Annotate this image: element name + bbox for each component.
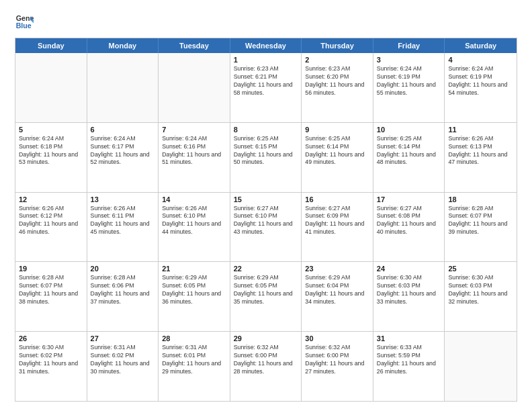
day-number: 14 bbox=[162, 195, 226, 203]
cell-info: Sunrise: 6:27 AM Sunset: 6:09 PM Dayligh… bbox=[305, 205, 369, 237]
cell-info: Sunrise: 6:32 AM Sunset: 6:00 PM Dayligh… bbox=[234, 344, 298, 376]
weekday-header: Friday bbox=[373, 38, 445, 53]
day-number: 3 bbox=[377, 56, 441, 64]
calendar-row: 12Sunrise: 6:26 AM Sunset: 6:12 PM Dayli… bbox=[15, 193, 517, 263]
day-number: 27 bbox=[91, 334, 155, 342]
day-number: 20 bbox=[91, 265, 155, 273]
calendar-cell: 20Sunrise: 6:28 AM Sunset: 6:06 PM Dayli… bbox=[87, 262, 159, 331]
calendar-cell: 31Sunrise: 6:33 AM Sunset: 5:59 PM Dayli… bbox=[373, 332, 445, 401]
calendar-cell: 22Sunrise: 6:29 AM Sunset: 6:05 PM Dayli… bbox=[230, 262, 302, 331]
cell-info: Sunrise: 6:27 AM Sunset: 6:10 PM Dayligh… bbox=[234, 205, 298, 237]
day-number: 29 bbox=[234, 334, 298, 342]
day-number: 17 bbox=[377, 195, 441, 203]
cell-info: Sunrise: 6:27 AM Sunset: 6:08 PM Dayligh… bbox=[377, 205, 441, 237]
day-number: 31 bbox=[377, 334, 441, 342]
day-number: 19 bbox=[19, 265, 83, 273]
cell-info: Sunrise: 6:24 AM Sunset: 6:19 PM Dayligh… bbox=[448, 65, 513, 97]
calendar-cell bbox=[87, 53, 159, 122]
day-number: 9 bbox=[305, 126, 369, 134]
day-number: 1 bbox=[234, 56, 298, 64]
page: General Blue SundayMondayTuesdayWednesda… bbox=[0, 0, 532, 411]
cell-info: Sunrise: 6:24 AM Sunset: 6:16 PM Dayligh… bbox=[162, 135, 226, 167]
weekday-header: Monday bbox=[87, 38, 159, 53]
weekday-header: Thursday bbox=[302, 38, 373, 53]
svg-text:Blue: Blue bbox=[16, 21, 32, 30]
cell-info: Sunrise: 6:30 AM Sunset: 6:03 PM Dayligh… bbox=[377, 274, 441, 306]
weekday-header: Wednesday bbox=[230, 38, 302, 53]
day-number: 4 bbox=[448, 56, 513, 64]
calendar-cell: 12Sunrise: 6:26 AM Sunset: 6:12 PM Dayli… bbox=[15, 193, 87, 262]
calendar-cell: 1Sunrise: 6:23 AM Sunset: 6:21 PM Daylig… bbox=[230, 53, 302, 122]
day-number: 8 bbox=[234, 126, 298, 134]
day-number: 11 bbox=[448, 126, 513, 134]
cell-info: Sunrise: 6:31 AM Sunset: 6:01 PM Dayligh… bbox=[162, 344, 226, 376]
cell-info: Sunrise: 6:24 AM Sunset: 6:19 PM Dayligh… bbox=[377, 65, 441, 97]
cell-info: Sunrise: 6:30 AM Sunset: 6:02 PM Dayligh… bbox=[19, 344, 83, 376]
cell-info: Sunrise: 6:25 AM Sunset: 6:14 PM Dayligh… bbox=[377, 135, 441, 167]
calendar-row: 5Sunrise: 6:24 AM Sunset: 6:18 PM Daylig… bbox=[15, 123, 517, 193]
calendar-cell: 23Sunrise: 6:29 AM Sunset: 6:04 PM Dayli… bbox=[302, 262, 373, 331]
calendar-cell: 14Sunrise: 6:26 AM Sunset: 6:10 PM Dayli… bbox=[159, 193, 230, 262]
logo: General Blue bbox=[15, 12, 34, 31]
cell-info: Sunrise: 6:28 AM Sunset: 6:06 PM Dayligh… bbox=[91, 274, 155, 306]
weekday-header: Sunday bbox=[15, 38, 87, 53]
calendar-cell: 10Sunrise: 6:25 AM Sunset: 6:14 PM Dayli… bbox=[373, 123, 445, 192]
day-number: 28 bbox=[162, 334, 226, 342]
cell-info: Sunrise: 6:28 AM Sunset: 6:07 PM Dayligh… bbox=[19, 274, 83, 306]
calendar-cell: 3Sunrise: 6:24 AM Sunset: 6:19 PM Daylig… bbox=[373, 53, 445, 122]
day-number: 10 bbox=[377, 126, 441, 134]
day-number: 25 bbox=[448, 265, 513, 273]
calendar-cell bbox=[159, 53, 230, 122]
weekday-header: Saturday bbox=[445, 38, 517, 53]
cell-info: Sunrise: 6:23 AM Sunset: 6:20 PM Dayligh… bbox=[305, 65, 369, 97]
calendar-cell: 6Sunrise: 6:24 AM Sunset: 6:17 PM Daylig… bbox=[87, 123, 159, 192]
weekday-header: Tuesday bbox=[159, 38, 230, 53]
cell-info: Sunrise: 6:26 AM Sunset: 6:11 PM Dayligh… bbox=[91, 205, 155, 237]
calendar-cell: 17Sunrise: 6:27 AM Sunset: 6:08 PM Dayli… bbox=[373, 193, 445, 262]
calendar-row: 19Sunrise: 6:28 AM Sunset: 6:07 PM Dayli… bbox=[15, 262, 517, 332]
day-number: 26 bbox=[19, 334, 83, 342]
calendar-cell: 13Sunrise: 6:26 AM Sunset: 6:11 PM Dayli… bbox=[87, 193, 159, 262]
day-number: 12 bbox=[19, 195, 83, 203]
calendar-cell: 29Sunrise: 6:32 AM Sunset: 6:00 PM Dayli… bbox=[230, 332, 302, 401]
cell-info: Sunrise: 6:25 AM Sunset: 6:15 PM Dayligh… bbox=[234, 135, 298, 167]
calendar-cell: 19Sunrise: 6:28 AM Sunset: 6:07 PM Dayli… bbox=[15, 262, 87, 331]
calendar-row: 1Sunrise: 6:23 AM Sunset: 6:21 PM Daylig… bbox=[15, 53, 517, 123]
calendar-cell: 24Sunrise: 6:30 AM Sunset: 6:03 PM Dayli… bbox=[373, 262, 445, 331]
calendar-cell bbox=[15, 53, 87, 122]
logo-icon: General Blue bbox=[15, 12, 34, 31]
calendar-cell: 8Sunrise: 6:25 AM Sunset: 6:15 PM Daylig… bbox=[230, 123, 302, 192]
cell-info: Sunrise: 6:28 AM Sunset: 6:07 PM Dayligh… bbox=[448, 205, 513, 237]
day-number: 24 bbox=[377, 265, 441, 273]
calendar-header: SundayMondayTuesdayWednesdayThursdayFrid… bbox=[15, 38, 517, 53]
day-number: 23 bbox=[305, 265, 369, 273]
calendar-cell: 25Sunrise: 6:30 AM Sunset: 6:03 PM Dayli… bbox=[445, 262, 517, 331]
cell-info: Sunrise: 6:24 AM Sunset: 6:18 PM Dayligh… bbox=[19, 135, 83, 167]
calendar-cell: 5Sunrise: 6:24 AM Sunset: 6:18 PM Daylig… bbox=[15, 123, 87, 192]
cell-info: Sunrise: 6:29 AM Sunset: 6:04 PM Dayligh… bbox=[305, 274, 369, 306]
calendar-cell: 4Sunrise: 6:24 AM Sunset: 6:19 PM Daylig… bbox=[445, 53, 517, 122]
day-number: 6 bbox=[91, 126, 155, 134]
cell-info: Sunrise: 6:23 AM Sunset: 6:21 PM Dayligh… bbox=[234, 65, 298, 97]
calendar-cell: 28Sunrise: 6:31 AM Sunset: 6:01 PM Dayli… bbox=[159, 332, 230, 401]
day-number: 21 bbox=[162, 265, 226, 273]
calendar-cell: 9Sunrise: 6:25 AM Sunset: 6:14 PM Daylig… bbox=[302, 123, 373, 192]
calendar-cell: 15Sunrise: 6:27 AM Sunset: 6:10 PM Dayli… bbox=[230, 193, 302, 262]
cell-info: Sunrise: 6:25 AM Sunset: 6:14 PM Dayligh… bbox=[305, 135, 369, 167]
day-number: 18 bbox=[448, 195, 513, 203]
cell-info: Sunrise: 6:29 AM Sunset: 6:05 PM Dayligh… bbox=[234, 274, 298, 306]
cell-info: Sunrise: 6:24 AM Sunset: 6:17 PM Dayligh… bbox=[91, 135, 155, 167]
calendar-cell: 16Sunrise: 6:27 AM Sunset: 6:09 PM Dayli… bbox=[302, 193, 373, 262]
calendar-cell bbox=[445, 332, 517, 401]
calendar-cell: 11Sunrise: 6:26 AM Sunset: 6:13 PM Dayli… bbox=[445, 123, 517, 192]
cell-info: Sunrise: 6:31 AM Sunset: 6:02 PM Dayligh… bbox=[91, 344, 155, 376]
day-number: 13 bbox=[91, 195, 155, 203]
calendar-cell: 27Sunrise: 6:31 AM Sunset: 6:02 PM Dayli… bbox=[87, 332, 159, 401]
cell-info: Sunrise: 6:26 AM Sunset: 6:12 PM Dayligh… bbox=[19, 205, 83, 237]
header: General Blue bbox=[15, 12, 517, 31]
cell-info: Sunrise: 6:26 AM Sunset: 6:13 PM Dayligh… bbox=[448, 135, 513, 167]
calendar-cell: 18Sunrise: 6:28 AM Sunset: 6:07 PM Dayli… bbox=[445, 193, 517, 262]
day-number: 7 bbox=[162, 126, 226, 134]
day-number: 16 bbox=[305, 195, 369, 203]
calendar-cell: 21Sunrise: 6:29 AM Sunset: 6:05 PM Dayli… bbox=[159, 262, 230, 331]
